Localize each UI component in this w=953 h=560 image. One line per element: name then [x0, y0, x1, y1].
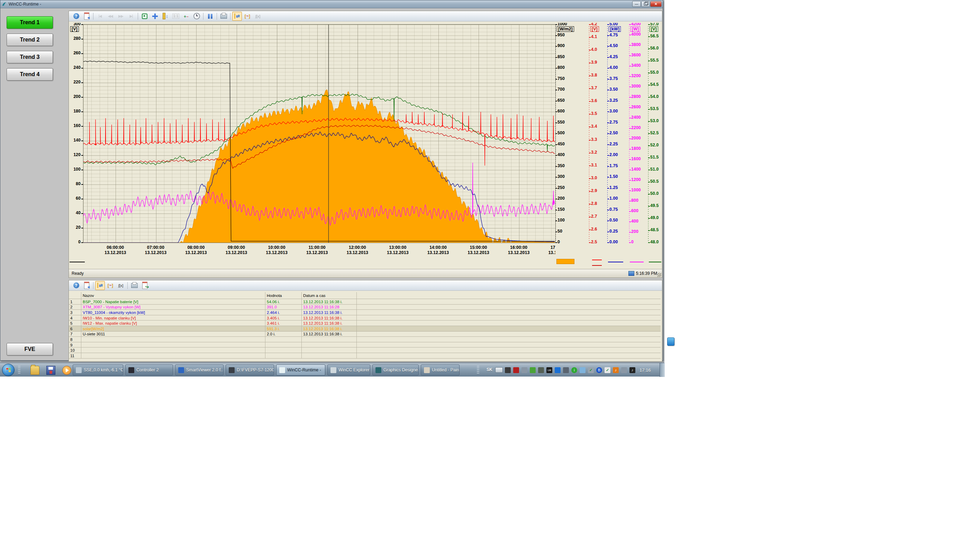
taskbar-button-graphics-designer[interactable]: Graphics Designe...	[373, 365, 419, 375]
info-tray-icon[interactable]: i	[571, 367, 577, 373]
resize-grip[interactable]	[657, 273, 661, 277]
show-desktop-button[interactable]	[660, 363, 665, 377]
license-manager-tray-icon[interactable]: LM	[546, 367, 552, 373]
wincc-explorer-icon	[331, 367, 336, 373]
print-icon[interactable]	[129, 281, 139, 290]
save-icon[interactable]	[47, 366, 55, 375]
start-button[interactable]	[2, 364, 14, 376]
table-row-9[interactable]: 9	[69, 342, 661, 348]
weather-tray-icon[interactable]	[563, 367, 569, 373]
table-row-1[interactable]: 1BSP_7000 - Napatie baterie [V]54.06 i.1…	[69, 299, 661, 304]
axis-tick-label: 280	[69, 36, 81, 41]
table-row-8[interactable]: 8	[69, 337, 661, 342]
table-row-7[interactable]: 7U-siete 30112.0 i.13.12.2013 11:16:38 i…	[69, 332, 661, 337]
acrobat-tray-icon[interactable]	[513, 367, 519, 373]
taskbar-button-paint[interactable]: Untitled - Paint	[421, 365, 459, 375]
ruler-icon[interactable]: ⇄	[232, 12, 242, 21]
axis-tick-label: 200	[69, 94, 81, 99]
minimize-button[interactable]: —	[632, 1, 641, 7]
axis-tick-label: 600	[631, 208, 638, 213]
bluetooth-tray-icon[interactable]: B	[596, 367, 602, 373]
display-settings-tray-icon[interactable]	[505, 367, 511, 373]
recorder-tray-icon[interactable]	[538, 367, 544, 373]
pan-icon[interactable]	[150, 12, 160, 21]
statistics-icon[interactable]: ∫[x]	[116, 281, 126, 290]
taskbar-button-wincc-runtime[interactable]: WinCC-Runtime -	[276, 365, 325, 375]
sidebar-button-trend-4[interactable]: Trend 4	[6, 68, 53, 81]
taskbar-button-gauge[interactable]: Controller 2	[125, 365, 173, 375]
report-icon[interactable]: ◄	[82, 12, 92, 21]
volume-mixer-tray-icon[interactable]: ♪	[613, 367, 619, 373]
nav-last-icon: ▶|	[126, 12, 136, 21]
select-curves-icon[interactable]: +−	[181, 12, 191, 21]
x-axis-label: 07:00:0013.12.2013	[138, 245, 173, 256]
chart-region: [V]3002802602402202001801601401201008060…	[69, 23, 662, 269]
sidebar-button-trend-2[interactable]: Trend 2	[6, 34, 53, 46]
taskbar-button-smartviewer[interactable]: SmartViewer 2.0 f...	[175, 365, 224, 375]
series-solar[w/m2]	[84, 90, 555, 243]
tray-handle[interactable]	[477, 366, 479, 374]
usb-ok-tray-icon[interactable]: ✓	[588, 367, 594, 373]
axis-unit-power_w: [W]	[630, 26, 640, 32]
tia-portal-icon	[229, 367, 234, 373]
keyboard-icon[interactable]	[495, 367, 503, 373]
gauge-icon	[128, 367, 134, 373]
range-brackets-icon[interactable]: [~]	[242, 12, 252, 21]
sidebar-button-fve[interactable]: FVE	[6, 343, 53, 355]
axis-unit-cell_v: [V]	[590, 26, 599, 32]
axis-tick-label: 56.5	[650, 34, 658, 39]
monitor-tray-icon[interactable]	[522, 367, 528, 373]
axis-tick-label: 3000	[631, 84, 641, 88]
table-row-2[interactable]: 2XTM_3087 - Vystupny vykon [W]391.013.12…	[69, 304, 661, 310]
report-icon[interactable]: ◄	[82, 281, 92, 290]
teamviewer-tray-icon[interactable]	[555, 367, 560, 373]
value-table: NazovHodnotaDatum a cas1BSP_7000 - Napat…	[69, 292, 662, 361]
close-button[interactable]: ✕	[650, 1, 662, 7]
scale-y-icon[interactable]: ↕	[161, 12, 170, 21]
nav-prev-icon: ◀◀	[106, 12, 115, 21]
tablet-draw-tray-icon[interactable]	[530, 367, 535, 373]
table-row-11[interactable]: 11	[69, 353, 661, 358]
taskbar-button-photo[interactable]: SSE,0.0 kmh,-6.1 °C	[73, 365, 123, 375]
explorer-folder-icon[interactable]	[31, 366, 39, 375]
language-indicator[interactable]: SK	[487, 367, 492, 372]
table-row-4[interactable]: 4IW10 - Min. napatie clanku [V]3.405 i.1…	[69, 315, 661, 321]
taskbar-button-wincc-explorer[interactable]: WinCC Explorer - ...	[327, 365, 370, 375]
axis-unit-power_kw: [kW]	[609, 26, 621, 32]
network-tray-icon[interactable]	[621, 367, 627, 373]
volume-tray-icon[interactable]: ♪	[629, 367, 635, 373]
help-icon[interactable]: ?	[71, 12, 81, 21]
desktop: WinCC-Runtime - — ✕ Trend 1Trend 2Trend …	[0, 0, 664, 377]
wincc-app-icon	[2, 2, 6, 6]
table-row-3[interactable]: 3VT80_11004 - okamzity vykon [kW]2.464 i…	[69, 310, 661, 315]
security-ok-tray-icon[interactable]: ✓	[605, 367, 610, 373]
overlay-badge-icon[interactable]	[667, 337, 674, 346]
print-icon[interactable]	[219, 12, 228, 21]
sidebar-button-trend-1[interactable]: Trend 1	[6, 16, 53, 29]
toolbar-handle[interactable]	[18, 366, 20, 374]
axis-tick-label: 100	[69, 167, 81, 172]
pause-icon[interactable]	[205, 12, 215, 21]
range-brackets-icon[interactable]: [~]	[106, 281, 115, 290]
table-row-10[interactable]: 10	[69, 347, 661, 353]
help-icon[interactable]: ?	[71, 281, 81, 290]
media-player-icon[interactable]	[62, 366, 71, 375]
axis-tick-label: 0	[631, 239, 633, 244]
taskbar-clock[interactable]: 17:16	[639, 363, 651, 377]
x-axis-label: 15:00:0013.12.2013	[461, 245, 495, 256]
restore-button[interactable]	[641, 1, 650, 7]
remote-view-tray-icon[interactable]	[580, 367, 585, 373]
time-range-icon[interactable]	[192, 12, 202, 21]
sidebar-button-trend-3[interactable]: Trend 3	[6, 51, 53, 64]
ruler-icon[interactable]: ⇄	[95, 281, 105, 290]
axis-tick-label: 750	[557, 76, 565, 81]
table-row-5[interactable]: 5IW12 - Max. napatie clanku [V]3.461 i.1…	[69, 321, 661, 326]
zoom-icon[interactable]	[140, 12, 149, 21]
axis-tick-label: 1600	[631, 157, 641, 161]
axis-tick-label: 40	[69, 211, 81, 215]
trend-plot[interactable]	[83, 24, 556, 243]
table-row-6[interactable]: 6solar[W/m2]591.3 i.13.12.2013 11:16:38 …	[69, 326, 661, 332]
export-icon[interactable]: ↪	[140, 281, 149, 290]
taskbar-button-tia-portal[interactable]: D:\FVEPP-S7-1200...	[226, 365, 274, 375]
titlebar[interactable]: WinCC-Runtime - — ✕	[0, 0, 663, 8]
